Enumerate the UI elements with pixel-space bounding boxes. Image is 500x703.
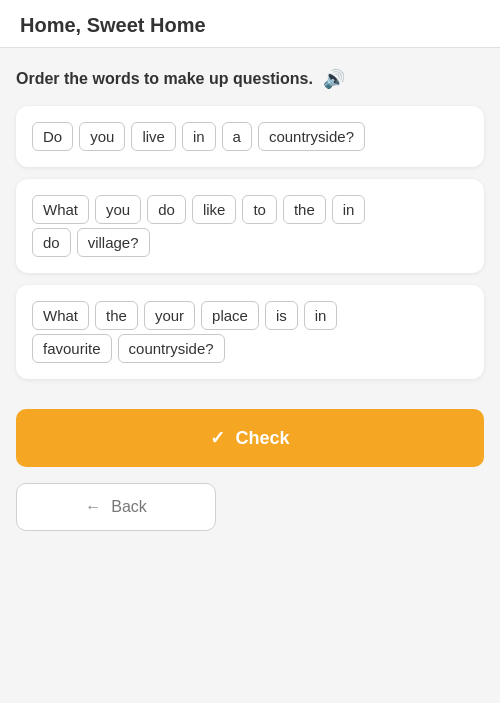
header: Home, Sweet Home [0,0,500,48]
word-tile[interactable]: place [201,301,259,330]
word-tile[interactable]: do [32,228,71,257]
word-row: do village? [32,228,468,257]
word-tile[interactable]: your [144,301,195,330]
word-tile[interactable]: to [242,195,277,224]
instruction-row: Order the words to make up questions. 🔊 [16,68,484,90]
page: Home, Sweet Home Order the words to make… [0,0,500,703]
audio-icon[interactable]: 🔊 [323,68,345,90]
word-row: What the your place is in [32,301,468,330]
word-tile[interactable]: countryside? [118,334,225,363]
word-tile[interactable]: do [147,195,186,224]
check-button[interactable]: ✓ Check [16,409,484,467]
word-tile[interactable]: village? [77,228,150,257]
page-title: Home, Sweet Home [20,14,480,37]
word-row: Do you live in a countryside? [32,122,468,151]
instruction-text: Order the words to make up questions. [16,70,313,88]
question-card-1: Do you live in a countryside? [16,106,484,167]
word-tile[interactable]: is [265,301,298,330]
word-tile[interactable]: in [332,195,366,224]
back-button[interactable]: ← Back [16,483,216,531]
word-tile[interactable]: live [131,122,176,151]
question-card-2: What you do like to the in do village? [16,179,484,273]
word-tile[interactable]: you [95,195,141,224]
word-row: favourite countryside? [32,334,468,363]
back-arrow-icon: ← [85,498,101,516]
word-tile[interactable]: you [79,122,125,151]
word-tile[interactable]: What [32,301,89,330]
button-row: ← Back [16,483,484,531]
main-content: Order the words to make up questions. 🔊 … [0,48,500,551]
word-tile[interactable]: the [283,195,326,224]
word-tile[interactable]: What [32,195,89,224]
word-row: What you do like to the in [32,195,468,224]
word-tile[interactable]: a [222,122,252,151]
question-card-3: What the your place is in favourite coun… [16,285,484,379]
word-tile[interactable]: Do [32,122,73,151]
word-tile[interactable]: in [304,301,338,330]
word-tile[interactable]: the [95,301,138,330]
word-tile[interactable]: in [182,122,216,151]
back-button-label: Back [111,498,147,516]
word-tile[interactable]: countryside? [258,122,365,151]
check-button-label: Check [235,428,289,449]
check-icon: ✓ [210,427,225,449]
word-tile[interactable]: favourite [32,334,112,363]
word-tile[interactable]: like [192,195,237,224]
